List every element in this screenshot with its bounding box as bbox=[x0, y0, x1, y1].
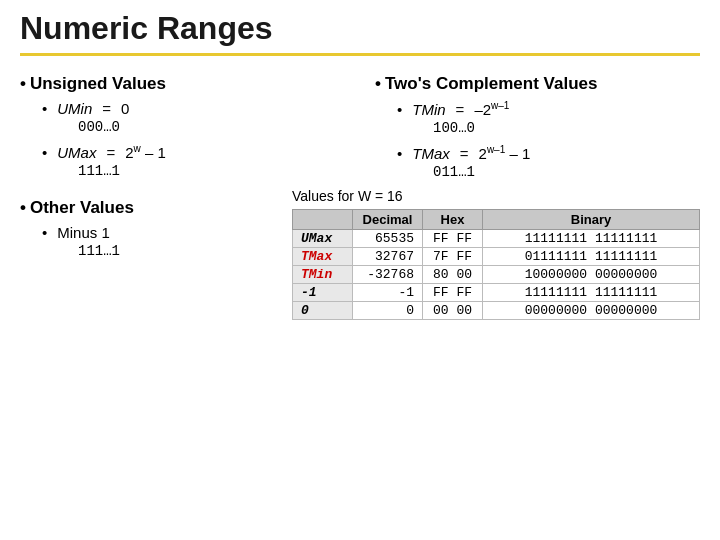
cell-label: UMax bbox=[293, 230, 353, 248]
cell-binary: 00000000 00000000 bbox=[483, 302, 700, 320]
cell-decimal: 0 bbox=[353, 302, 423, 320]
table-row: UMax65535FF FF11111111 11111111 bbox=[293, 230, 700, 248]
cell-binary: 11111111 11111111 bbox=[483, 284, 700, 302]
table-section: Values for W = 16 Decimal Hex Binary UMa… bbox=[292, 188, 700, 320]
twos-section: • Two's Complement Values • TMin = –2w–1… bbox=[365, 74, 700, 180]
unsigned-heading: Unsigned Values bbox=[30, 74, 166, 94]
cell-hex: FF FF bbox=[423, 284, 483, 302]
tmin-label: TMin bbox=[412, 101, 445, 118]
minus1-binary: 111…1 bbox=[78, 243, 292, 259]
tmax-eq: = bbox=[460, 145, 469, 162]
cell-decimal: 32767 bbox=[353, 248, 423, 266]
cell-binary: 11111111 11111111 bbox=[483, 230, 700, 248]
cell-decimal: -1 bbox=[353, 284, 423, 302]
tmax-binary: 011…1 bbox=[433, 164, 700, 180]
table-row: 0000 0000000000 00000000 bbox=[293, 302, 700, 320]
umin-label: UMin bbox=[57, 100, 92, 117]
tmax-row: • TMax = 2w–1 – 1 bbox=[397, 144, 700, 162]
bullet-twos: • bbox=[375, 74, 381, 94]
cell-hex: 80 00 bbox=[423, 266, 483, 284]
minus1-row: • Minus 1 bbox=[42, 224, 292, 241]
other-section: • Other Values • Minus 1 111…1 bbox=[20, 188, 292, 320]
col-header-binary: Binary bbox=[483, 210, 700, 230]
cell-binary: 10000000 00000000 bbox=[483, 266, 700, 284]
tmin-binary: 100…0 bbox=[433, 120, 700, 136]
cell-decimal: -32768 bbox=[353, 266, 423, 284]
data-table: Decimal Hex Binary UMax65535FF FF1111111… bbox=[292, 209, 700, 320]
umax-row: • UMax = 2w – 1 bbox=[42, 143, 345, 161]
cell-label: TMax bbox=[293, 248, 353, 266]
other-heading: Other Values bbox=[30, 198, 134, 218]
cell-hex: 7F FF bbox=[423, 248, 483, 266]
cell-label: TMin bbox=[293, 266, 353, 284]
table-caption: Values for W = 16 bbox=[292, 188, 700, 204]
tmax-val: 2w–1 – 1 bbox=[479, 144, 531, 162]
cell-decimal: 65535 bbox=[353, 230, 423, 248]
umax-eq: = bbox=[106, 144, 115, 161]
bottom-section: • Other Values • Minus 1 111…1 Values fo… bbox=[20, 188, 700, 320]
umax-label: UMax bbox=[57, 144, 96, 161]
table-row: -1-1FF FF11111111 11111111 bbox=[293, 284, 700, 302]
umax-binary: 111…1 bbox=[78, 163, 345, 179]
table-row: TMin-3276880 0010000000 00000000 bbox=[293, 266, 700, 284]
umin-row: • UMin = 0 bbox=[42, 100, 345, 117]
minus1-label: Minus 1 bbox=[57, 224, 110, 241]
cell-binary: 01111111 11111111 bbox=[483, 248, 700, 266]
table-header-row: Decimal Hex Binary bbox=[293, 210, 700, 230]
umin-eq: = bbox=[102, 100, 111, 117]
cell-label: 0 bbox=[293, 302, 353, 320]
col-header-hex: Hex bbox=[423, 210, 483, 230]
cell-label: -1 bbox=[293, 284, 353, 302]
col-header-label bbox=[293, 210, 353, 230]
tmin-row: • TMin = –2w–1 bbox=[397, 100, 700, 118]
content-area: • Unsigned Values • UMin = 0 000…0 • UMa… bbox=[20, 74, 700, 180]
bullet-unsigned: • bbox=[20, 74, 26, 94]
table-body: UMax65535FF FF11111111 11111111TMax32767… bbox=[293, 230, 700, 320]
table-row: TMax327677F FF01111111 11111111 bbox=[293, 248, 700, 266]
twos-heading: Two's Complement Values bbox=[385, 74, 598, 94]
cell-hex: FF FF bbox=[423, 230, 483, 248]
umax-val: 2w – 1 bbox=[125, 143, 166, 161]
umin-binary: 000…0 bbox=[78, 119, 345, 135]
umin-val: 0 bbox=[121, 100, 129, 117]
cell-hex: 00 00 bbox=[423, 302, 483, 320]
col-header-decimal: Decimal bbox=[353, 210, 423, 230]
tmin-val: –2w–1 bbox=[474, 100, 509, 118]
unsigned-section: • Unsigned Values • UMin = 0 000…0 • UMa… bbox=[20, 74, 365, 180]
page-title: Numeric Ranges bbox=[20, 10, 700, 56]
page: Numeric Ranges • Unsigned Values • UMin … bbox=[0, 0, 720, 540]
tmax-label: TMax bbox=[412, 145, 450, 162]
tmin-eq: = bbox=[456, 101, 465, 118]
